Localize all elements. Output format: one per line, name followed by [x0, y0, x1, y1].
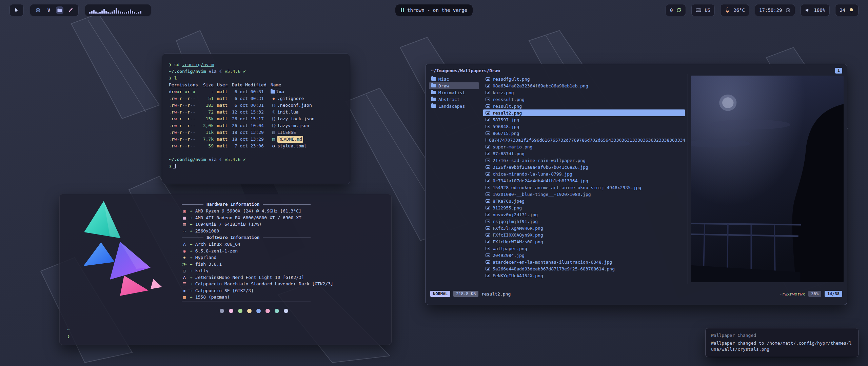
file-list-item[interactable]: 596848.jpg [483, 123, 685, 130]
folder-app-icon[interactable] [56, 6, 63, 14]
brush-icon[interactable] [67, 6, 74, 14]
file-list-item[interactable]: atardecer-en-la-montanas-ilustracion-634… [483, 259, 685, 265]
file-list-item[interactable]: 217167-sad-anime-rain-wallpaper.png [483, 157, 685, 164]
file-list-item[interactable]: 68747470733a2f2f696d616765732d7769786d70… [483, 137, 685, 143]
info-text: Hyprland [195, 254, 217, 261]
file-list-item[interactable]: resssult.png [483, 96, 685, 103]
volume-indicator[interactable]: 100% [801, 4, 830, 16]
breadcrumb-path[interactable]: ~/Imagenes/Wallpapers/Draw [431, 68, 500, 73]
prompt-icon: ❯ [169, 76, 172, 81]
sidebar-folder-item[interactable]: Misc [429, 76, 479, 82]
image-file-icon [486, 233, 490, 237]
updates-indicator[interactable]: 0 [666, 4, 686, 16]
image-file-icon [486, 267, 490, 270]
notification-popup[interactable]: Wallpaper Changed Wallpaper changed to /… [705, 328, 859, 357]
file-list-item[interactable]: 587597.jpg [483, 116, 685, 123]
file-list-item[interactable]: 19201080-__blue-tinge__-1920×1080.jpg [483, 191, 685, 198]
file-list-item[interactable]: re1sult.png [483, 103, 685, 109]
file-list-item[interactable]: 866715.png [483, 130, 685, 137]
file-name: README.md [277, 136, 303, 143]
file-list-item[interactable]: rsjqojlmjhf91.jpg [483, 218, 685, 225]
sidebar-folder-item[interactable]: Draw [429, 82, 479, 89]
notifications-indicator[interactable]: 24 [835, 4, 859, 16]
info-icon: A [182, 241, 187, 248]
notification-count: 24 [840, 7, 845, 13]
file-list-item[interactable]: FXfcJlTXgAMvH6R.png [483, 225, 685, 231]
header-permissions: Permissions [169, 82, 198, 88]
file-manager-window[interactable]: ~/Imagenes/Wallpapers/Draw 1 Misc Draw [425, 64, 847, 305]
file-list-item[interactable]: FXfcHgcWIAMzs0G.png [483, 238, 685, 245]
sidebar-folder-item[interactable]: Minimalist [429, 89, 479, 96]
folder-name: Landscapes [438, 104, 465, 109]
file-list-item[interactable]: super-mario.png [483, 143, 685, 150]
image-file-icon [486, 91, 490, 94]
file-name: 87r687df.png [493, 151, 525, 156]
launcher-button[interactable] [9, 4, 24, 16]
arrow-icon: → [190, 221, 193, 228]
info-icon: ▭ [182, 228, 187, 235]
image-file-icon [486, 220, 490, 223]
file-list-item[interactable]: 0c794faf07de24a4db4d4fb1eb813964.jpg [483, 177, 685, 184]
file-date: 26 oct 15:17 [232, 116, 267, 122]
permissions: .rw-r--r-- [169, 122, 198, 129]
desktop: V thrown - on the verge 0 [0, 0, 868, 366]
file-permissions: -rwxrwxrwx [780, 291, 805, 297]
keyboard-layout-indicator[interactable]: US [691, 4, 715, 16]
file-name: lua [276, 88, 284, 95]
file-type-icon [271, 116, 277, 122]
file-owner: matt [217, 109, 229, 116]
distro-logo [70, 198, 168, 301]
active-prompt-line[interactable]: ❯ [169, 163, 343, 170]
section-end-rule [182, 302, 311, 302]
disc-icon[interactable] [34, 6, 42, 14]
arrow-icon: → [190, 241, 193, 248]
image-file-icon [486, 253, 490, 257]
clock-indicator[interactable]: 17:50:29 [755, 4, 795, 16]
file-list-item[interactable]: 5a266e448add93deab367d87173e9f25-6837886… [483, 265, 685, 272]
file-owner: matt [217, 143, 229, 149]
file-list-item[interactable]: chica-mirando-la-luna-8799.jpg [483, 170, 685, 177]
file-list-item[interactable]: 154928-odinokoe-anime-art-anime-okno-sin… [483, 184, 685, 191]
file-list-item[interactable]: 08a634fa02a32364f69ebc86a98eb1eb.png [483, 82, 685, 89]
file-list-item[interactable]: wallpaper.png [483, 245, 685, 252]
image-file-icon [486, 111, 490, 115]
file-list-item[interactable]: FXfcII0X0AQyn9X.png [483, 231, 685, 238]
file-list-item[interactable]: 3122955.png [483, 204, 685, 211]
image-file-icon [486, 104, 490, 108]
file-list-item[interactable]: 20492984.jpg [483, 252, 685, 259]
file-list-item[interactable]: nnvuv0xj2df71.jpg [483, 211, 685, 218]
sidebar-folder-item[interactable]: Landscapes [429, 103, 479, 109]
arrow-icon: → [190, 294, 193, 301]
sidebar-folder-item[interactable]: Abstract [429, 96, 479, 103]
system-info-window[interactable]: Hardware Information ▣ → AMD Ryzen 9 590… [59, 194, 392, 345]
v-app-icon[interactable]: V [45, 6, 53, 14]
image-file-icon [486, 98, 490, 101]
file-list-item[interactable]: ressdfgult.png [483, 76, 685, 82]
file-list-item[interactable]: result2.png [483, 109, 685, 116]
info-line: ▢ → kitty [182, 267, 378, 274]
image-file-icon [486, 247, 490, 250]
file-name: 20492984.jpg [493, 253, 525, 258]
info-text: Arch Linux x86_64 [195, 241, 240, 248]
file-list-item[interactable]: EeNKYgIUcAAJ5JX.png [483, 272, 685, 279]
command: l [174, 76, 177, 81]
file-list-item[interactable]: 87r687df.png [483, 150, 685, 157]
lua-icon: ☾ [219, 157, 222, 162]
file-list-item[interactable]: kurz.png [483, 89, 685, 96]
top-bar: V thrown - on the verge 0 [0, 4, 868, 18]
file-list-item[interactable]: 8FKa7Cu.jpeg [483, 198, 685, 204]
arrow-icon: → [190, 215, 193, 221]
info-text: Catppuccin-SE [GTK2/3] [195, 287, 254, 294]
file-name: resssult.png [493, 97, 525, 102]
shell-prompt[interactable]: ~ ❯ [67, 326, 70, 340]
file-size: 51 [201, 95, 214, 102]
info-text: 868x366 [195, 228, 219, 235]
file-list-item[interactable]: 3126f7e9bbf21a8a4af0b67b041c6e26.jpg [483, 164, 685, 170]
temperature-indicator[interactable]: 26°C [720, 4, 749, 16]
info-line: ◉ → 6.5.8-zen1-1-zen [182, 248, 378, 255]
image-file-icon [486, 274, 490, 277]
tab-badge[interactable]: 1 [835, 68, 842, 74]
active-window-title[interactable]: thrown - on the verge [395, 4, 473, 16]
file-name: EeNKYgIUcAAJ5JX.png [493, 273, 543, 278]
terminal-window[interactable]: ❯ cd .config/nvim ~/.config/nvim via ☾ v… [162, 54, 350, 184]
